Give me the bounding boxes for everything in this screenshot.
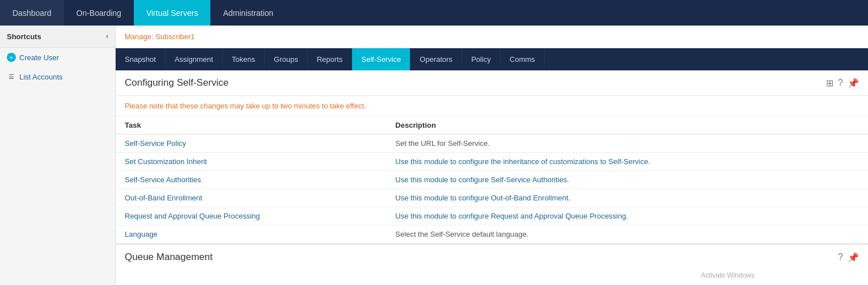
list-icon: ☰ <box>7 72 16 81</box>
plus-icon: + <box>7 53 16 62</box>
desc-cell-2: Use this module to configure Self-Servic… <box>386 171 868 189</box>
sidebar-item-create-user-label: Create User <box>19 53 59 62</box>
tab-reports[interactable]: Reports <box>308 48 353 70</box>
sidebar-toggle-button[interactable]: ‹ <box>106 32 108 40</box>
sidebar-item-create-user[interactable]: + Create User <box>0 48 115 67</box>
sidebar: Shortcuts ‹ + Create User ☰ List Account… <box>0 26 116 285</box>
content-area: Manage: Subscriber1 Snapshot Assignment … <box>116 26 868 285</box>
config-notice: Please note that these changes may take … <box>116 96 868 116</box>
queue-section-title: Queue Management <box>125 252 213 263</box>
nav-item-dashboard[interactable]: Dashboard <box>0 0 64 26</box>
queue-section: Queue Management ? 📌 <box>116 245 868 270</box>
tab-comms[interactable]: Comms <box>501 48 545 70</box>
table-row: Self-Service AuthoritiesUse this module … <box>116 171 868 189</box>
page-content: Configuring Self-Service ⊞ ? 📌 Please no… <box>116 70 868 270</box>
task-cell-5[interactable]: Language <box>116 225 386 244</box>
queue-help-icon[interactable]: ? <box>838 252 843 263</box>
breadcrumb: Manage: Subscriber1 <box>116 26 868 48</box>
tab-snapshot[interactable]: Snapshot <box>116 48 166 70</box>
table-row: Self-Service PolicySet the URL for Self-… <box>116 135 868 153</box>
table-row: Set Customization InheritUse this module… <box>116 153 868 171</box>
sub-nav: Snapshot Assignment Tokens Groups Report… <box>116 48 868 70</box>
help-icon[interactable]: ? <box>838 78 843 88</box>
config-section-header: Configuring Self-Service ⊞ ? 📌 <box>116 70 868 96</box>
table-row: Request and Approval Queue ProcessingUse… <box>116 207 868 225</box>
tab-assignment[interactable]: Assignment <box>166 48 223 70</box>
main-layout: Shortcuts ‹ + Create User ☰ List Account… <box>0 26 868 285</box>
task-cell-3[interactable]: Out-of-Band Enrollment <box>116 189 386 207</box>
tab-self-service[interactable]: Self-Service <box>352 48 410 70</box>
grid-icon[interactable]: ⊞ <box>826 78 833 89</box>
desc-cell-5: Select the Self-Service default language… <box>386 225 868 244</box>
top-nav: Dashboard On-Boarding Virtual Servers Ad… <box>0 0 868 26</box>
desc-cell-1: Use this module to configure the inherit… <box>386 153 868 171</box>
breadcrumb-text: Manage: Subscriber1 <box>125 32 195 41</box>
task-cell-2: Self-Service Authorities <box>116 171 386 189</box>
queue-pin-icon[interactable]: 📌 <box>848 252 859 263</box>
tab-tokens[interactable]: Tokens <box>223 48 265 70</box>
tab-policy[interactable]: Policy <box>462 48 501 70</box>
sidebar-header: Shortcuts ‹ <box>0 26 115 48</box>
table-header-row: Task Description <box>116 116 868 135</box>
nav-item-onboarding[interactable]: On-Boarding <box>64 0 134 26</box>
table-row: Out-of-Band EnrollmentUse this module to… <box>116 189 868 207</box>
sidebar-item-list-accounts-label: List Accounts <box>19 73 63 81</box>
config-section-title: Configuring Self-Service <box>125 77 228 89</box>
tab-groups[interactable]: Groups <box>265 48 308 70</box>
config-section: Configuring Self-Service ⊞ ? 📌 Please no… <box>116 70 868 245</box>
task-cell-0: Self-Service Policy <box>116 135 386 153</box>
sidebar-title: Shortcuts <box>7 32 41 41</box>
queue-section-actions: ? 📌 <box>838 252 859 263</box>
config-section-actions: ⊞ ? 📌 <box>826 78 859 89</box>
task-cell-1: Set Customization Inherit <box>116 153 386 171</box>
pin-icon[interactable]: 📌 <box>848 78 859 89</box>
tab-operators[interactable]: Operators <box>410 48 462 70</box>
desc-cell-3: Use this module to configure Out-of-Band… <box>386 189 868 207</box>
notice-text: Please note that these changes may take … <box>125 102 366 110</box>
col-description: Description <box>386 116 868 135</box>
sidebar-item-list-accounts[interactable]: ☰ List Accounts <box>0 67 115 86</box>
nav-item-administration[interactable]: Administration <box>210 0 286 26</box>
desc-cell-4: Use this module to configure Request and… <box>386 207 868 225</box>
task-cell-4: Request and Approval Queue Processing <box>116 207 386 225</box>
config-table: Task Description Self-Service PolicySet … <box>116 116 868 244</box>
table-row: LanguageSelect the Self-Service default … <box>116 225 868 244</box>
desc-cell-0: Set the URL for Self-Service. <box>386 135 868 153</box>
col-task: Task <box>116 116 386 135</box>
nav-item-virtual-servers[interactable]: Virtual Servers <box>134 0 211 26</box>
